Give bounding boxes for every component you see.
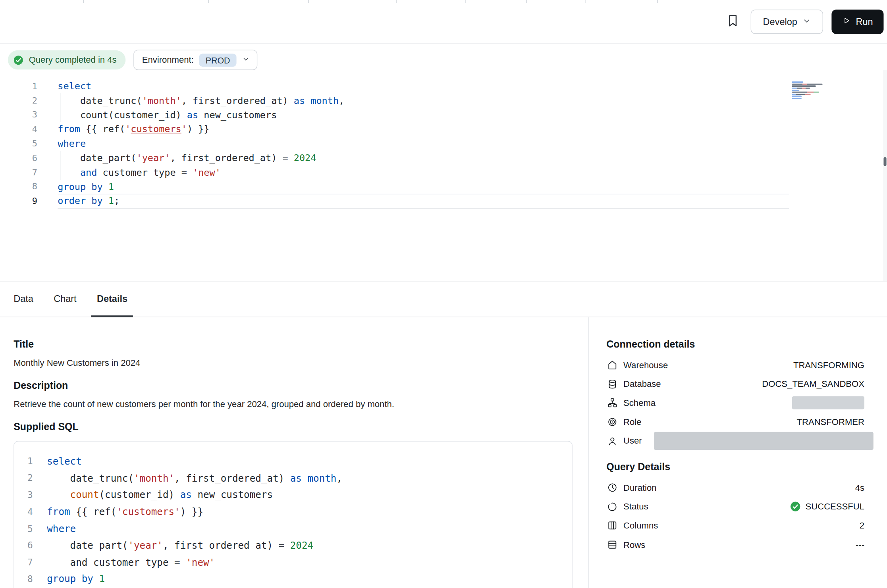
success-check-icon	[790, 501, 801, 512]
code-line: 8group by 1	[14, 571, 546, 587]
code-text: date_trunc('month', first_ordered_at) as…	[58, 94, 789, 108]
code-text: where	[58, 136, 789, 151]
role-icon	[606, 416, 617, 427]
bookmark-button[interactable]	[723, 11, 742, 31]
develop-button[interactable]: Develop	[751, 10, 823, 34]
status-bar: Query completed in 4s Environment: PROD	[0, 50, 887, 70]
code-line: 1select	[0, 79, 789, 93]
row-value-text: 4s	[855, 482, 864, 493]
line-number: 4	[14, 506, 33, 517]
code-text: date_part('year', first_ordered_at) = 20…	[58, 151, 789, 165]
row-duration: Duration4s	[606, 478, 864, 497]
rows-icon	[606, 539, 617, 550]
row-value: TRANSFORMING	[793, 360, 864, 370]
code-line: 3 count(customer_id) as new_customers	[0, 108, 789, 122]
code-text: select	[58, 79, 789, 93]
code-line: 6 date_part('year', first_ordered_at) = …	[14, 537, 546, 553]
redacted-value	[792, 396, 864, 409]
row-user: User	[606, 432, 864, 451]
line-number: 1	[0, 81, 37, 92]
row-label: Warehouse	[623, 360, 668, 370]
line-number: 6	[0, 153, 37, 163]
code-text: and customer_type = 'new'	[47, 554, 546, 571]
editor-scrollbar[interactable]	[883, 70, 887, 281]
row-warehouse: WarehouseTRANSFORMING	[606, 355, 864, 375]
run-button[interactable]: Run	[831, 10, 883, 34]
topbar: Develop Run	[0, 0, 887, 44]
supplied-sql-heading: Supplied SQL	[13, 421, 573, 433]
line-number: 4	[0, 124, 37, 135]
row-label: Rows	[623, 540, 645, 550]
code-line: 6 date_part('year', first_ordered_at) = …	[0, 151, 789, 165]
line-number: 6	[14, 540, 33, 551]
line-number: 3	[0, 110, 37, 120]
code-line: 4from {{ ref('customers') }}	[0, 122, 789, 136]
row-label: Status	[623, 502, 648, 512]
check-circle-icon	[13, 54, 24, 65]
supplied-sql-card: 1select2 date_trunc('month', first_order…	[13, 441, 573, 588]
row-value	[792, 396, 864, 409]
code-text: from {{ ref('customers') }}	[47, 503, 546, 520]
tab-chart[interactable]: Chart	[48, 282, 82, 317]
row-value: ---	[856, 540, 864, 550]
line-number: 7	[0, 167, 37, 178]
chevron-down-icon	[242, 55, 249, 65]
user-icon	[606, 435, 617, 446]
develop-button-label: Develop	[763, 16, 797, 27]
code-text: date_trunc('month', first_ordered_at) as…	[47, 470, 546, 486]
row-value: TRANSFORMER	[796, 417, 864, 427]
row-role: RoleTRANSFORMER	[606, 413, 864, 432]
row-value: 2	[860, 521, 864, 531]
query-details-heading: Query Details	[606, 461, 864, 473]
environment-label: Environment:	[142, 55, 194, 65]
line-number: 9	[0, 196, 37, 206]
row-value: DOCS_TEAM_SANDBOX	[762, 379, 864, 389]
code-text: group by 1	[58, 180, 789, 194]
code-line: 2 date_trunc('month', first_ordered_at) …	[0, 94, 789, 108]
row-rows: Rows---	[606, 535, 864, 554]
code-line: 5where	[0, 136, 789, 151]
environment-selector[interactable]: Environment: PROD	[133, 50, 257, 70]
details-panel: Title Monthly New Customers in 2024 Desc…	[0, 317, 588, 588]
row-label: Columns	[623, 521, 658, 531]
code-text: from {{ ref('customers') }}	[58, 122, 789, 136]
connection-rows: WarehouseTRANSFORMINGDatabaseDOCS_TEAM_S…	[606, 355, 864, 450]
code-line: 5where	[14, 520, 546, 537]
code-line: 7 and customer_type = 'new'	[0, 165, 789, 180]
database-icon	[606, 379, 617, 390]
results-tabs: DataChartDetails	[0, 282, 887, 317]
app-window: Develop Run Query completed in 4s Enviro…	[0, 0, 887, 588]
description-heading: Description	[13, 379, 573, 392]
editor-code: 1select2 date_trunc('month', first_order…	[0, 79, 789, 208]
line-number: 1	[14, 456, 33, 467]
columns-icon	[606, 520, 617, 531]
line-number: 8	[14, 574, 33, 584]
title-heading: Title	[13, 338, 573, 350]
scrollbar-thumb[interactable]	[883, 157, 886, 166]
query-details-rows: Duration4sStatusSUCCESSFULColumns2Rows--…	[606, 478, 864, 554]
supplied-sql-code: 1select2 date_trunc('month', first_order…	[14, 453, 546, 588]
query-status-text: Query completed in 4s	[29, 55, 117, 65]
connection-details-heading: Connection details	[606, 338, 864, 350]
line-number: 5	[0, 138, 37, 149]
tab-data[interactable]: Data	[8, 282, 39, 317]
duration-icon	[606, 482, 617, 493]
status-icon	[606, 501, 617, 512]
code-text: count(customer_id) as new_customers	[47, 486, 546, 503]
code-text: select	[47, 453, 546, 469]
code-text: where	[47, 520, 546, 537]
row-label: Duration	[623, 482, 656, 493]
tab-details[interactable]: Details	[91, 282, 133, 317]
line-number: 5	[14, 523, 33, 534]
connection-panel: Connection details WarehouseTRANSFORMING…	[588, 317, 887, 588]
query-status-badge: Query completed in 4s	[8, 50, 125, 69]
row-schema: Schema	[606, 394, 864, 413]
title-value: Monthly New Customers in 2024	[13, 357, 573, 368]
description-value: Retrieve the count of new customers per …	[13, 398, 573, 409]
editor-minimap[interactable]	[792, 81, 833, 100]
environment-value-pill: PROD	[199, 54, 236, 67]
ref-link[interactable]: customers	[131, 124, 181, 135]
code-text: and customer_type = 'new'	[58, 165, 789, 180]
sql-editor[interactable]: 1select2 date_trunc('month', first_order…	[0, 70, 887, 281]
line-number: 2	[0, 96, 37, 106]
